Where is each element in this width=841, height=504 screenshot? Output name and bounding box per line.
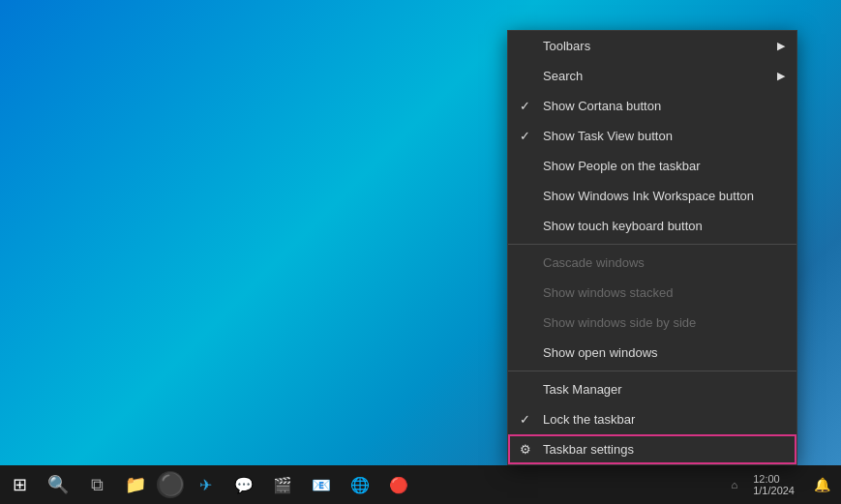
taskview-button[interactable]: ⧉ — [77, 465, 116, 504]
menu-item-label: Show windows side by side — [543, 315, 696, 330]
menu-item-lock-taskbar[interactable]: ✓Lock the taskbar — [508, 404, 796, 434]
submenu-arrow-icon: ▶ — [777, 40, 785, 52]
telegram-icon[interactable]: ✈ — [186, 465, 225, 504]
menu-item-label: Show touch keyboard button — [543, 219, 703, 233]
menu-item-show-touch[interactable]: Show touch keyboard button — [508, 211, 796, 241]
mail-icon[interactable]: 📧 — [302, 465, 341, 504]
menu-item-label: Show open windows — [543, 345, 658, 360]
menu-item-task-manager[interactable]: Task Manager — [508, 374, 796, 404]
menu-item-show-ink[interactable]: Show Windows Ink Workspace button — [508, 181, 796, 211]
menu-item-show-open-windows[interactable]: Show open windows — [508, 338, 796, 368]
menu-separator — [508, 371, 796, 371]
checkmark-icon: ✓ — [520, 412, 530, 427]
desktop: Toolbars▶Search▶✓Show Cortana button✓Sho… — [0, 0, 841, 504]
menu-item-label: Search — [543, 69, 583, 83]
submenu-arrow-icon: ▶ — [777, 70, 785, 82]
chrome-icon[interactable]: 🔴 — [379, 465, 418, 504]
menu-item-label: Show windows stacked — [543, 285, 673, 300]
circle-app-icon[interactable]: ⚫ — [157, 471, 184, 498]
checkmark-icon: ✓ — [520, 129, 530, 143]
menu-item-show-side-by-side: Show windows side by side — [508, 308, 796, 338]
menu-item-label: Task Manager — [543, 382, 622, 397]
menu-item-taskbar-settings[interactable]: ⚙Taskbar settings — [508, 434, 796, 464]
context-menu: Toolbars▶Search▶✓Show Cortana button✓Sho… — [507, 30, 797, 465]
system-tray[interactable]: ⌂ — [724, 465, 746, 504]
menu-item-show-stacked: Show windows stacked — [508, 278, 796, 308]
menu-item-show-people[interactable]: Show People on the taskbar — [508, 151, 796, 181]
search-taskbar[interactable]: 🔍 — [39, 465, 77, 504]
media-icon[interactable]: 🎬 — [263, 465, 302, 504]
menu-item-cascade: Cascade windows — [508, 248, 796, 278]
menu-separator — [508, 244, 796, 245]
menu-item-label: Show Task View button — [543, 129, 673, 143]
menu-item-search[interactable]: Search▶ — [508, 61, 796, 91]
chat-icon[interactable]: 💬 — [225, 465, 263, 504]
notification-icon[interactable]: 🔔 — [802, 465, 841, 504]
checkmark-icon: ✓ — [520, 99, 530, 113]
menu-item-label: Toolbars — [543, 39, 590, 53]
menu-item-label: Show Windows Ink Workspace button — [543, 189, 754, 203]
menu-item-show-task-view[interactable]: ✓Show Task View button — [508, 121, 796, 151]
clock[interactable]: 12:001/1/2024 — [745, 465, 802, 504]
menu-item-label: Taskbar settings — [543, 442, 634, 457]
menu-item-label: Show People on the taskbar — [543, 159, 701, 173]
menu-item-toolbars[interactable]: Toolbars▶ — [508, 31, 796, 61]
gear-icon: ⚙ — [520, 442, 531, 457]
menu-item-show-cortana[interactable]: ✓Show Cortana button — [508, 91, 796, 121]
menu-item-label: Show Cortana button — [543, 99, 661, 113]
menu-item-label: Cascade windows — [543, 255, 645, 270]
file-explorer-icon[interactable]: 📁 — [116, 465, 155, 504]
taskbar: ⊞ 🔍 ⧉ 📁 ⚫ ✈ 💬 🎬 📧 🌐 🔴 ⌂ 12:001/1/2024 🔔 — [0, 465, 841, 504]
menu-item-label: Lock the taskbar — [543, 412, 635, 427]
start-button[interactable]: ⊞ — [0, 465, 39, 504]
browser-icon[interactable]: 🌐 — [341, 465, 379, 504]
